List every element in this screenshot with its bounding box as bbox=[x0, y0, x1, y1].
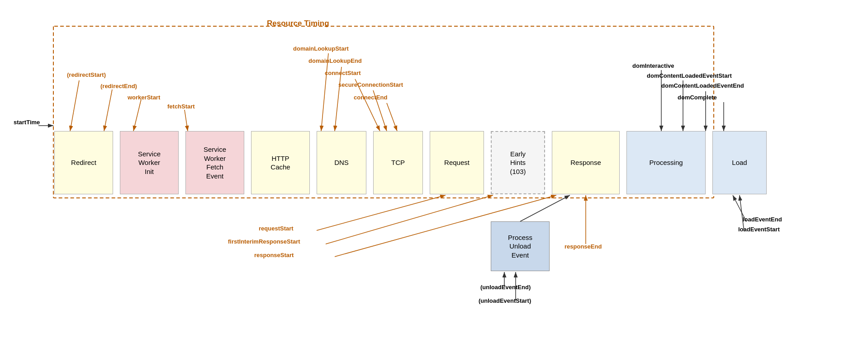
connectend-label: connectEnd bbox=[354, 94, 387, 101]
svg-line-26 bbox=[520, 195, 570, 221]
redirect-label: Redirect bbox=[71, 158, 96, 167]
load-box: Load bbox=[712, 131, 767, 194]
http-cache-box: HTTPCache bbox=[251, 131, 310, 194]
redirect-box: Redirect bbox=[54, 131, 113, 194]
early-hints-label: EarlyHints(103) bbox=[510, 150, 526, 176]
svg-line-7 bbox=[133, 99, 141, 131]
unloadeventend-label: (unloadEventEnd) bbox=[480, 284, 531, 291]
redirectend-label: (redirectEnd) bbox=[100, 83, 137, 89]
secureconnectionstart-label: secureConnectionStart bbox=[338, 81, 403, 88]
redirectstart-label: (redirectStart) bbox=[67, 71, 106, 78]
loadeventend-label: loadEventEnd bbox=[743, 216, 782, 223]
svg-line-13 bbox=[387, 103, 397, 131]
fetchstart-label: fetchStart bbox=[167, 103, 195, 110]
domcontentloadedeventend-label: domContentLoadedEventEnd bbox=[661, 82, 744, 89]
diagram-container: Resource Timing Redirect ServiceWorkerIn… bbox=[0, 0, 868, 352]
sw-init-label: ServiceWorkerInit bbox=[138, 150, 161, 176]
domainlookupstart-label: domainLookupStart bbox=[293, 45, 349, 52]
domcontentloadedeventstart-label: domContentLoadedEventStart bbox=[647, 72, 732, 79]
http-cache-label: HTTPCache bbox=[270, 154, 290, 172]
domcomplete-label: domComplete bbox=[678, 94, 717, 101]
sw-fetch-label: ServiceWorkerFetchEvent bbox=[204, 145, 226, 180]
connectstart-label: connectStart bbox=[325, 70, 360, 76]
request-box: Request bbox=[430, 131, 484, 194]
dominteractive-label: domInteractive bbox=[632, 62, 674, 69]
sw-init-box: ServiceWorkerInit bbox=[120, 131, 179, 194]
svg-line-6 bbox=[104, 89, 112, 131]
dns-label: DNS bbox=[334, 158, 349, 167]
early-hints-box: EarlyHints(103) bbox=[491, 131, 545, 194]
process-unload-label: ProcessUnloadEvent bbox=[508, 233, 532, 260]
response-label: Response bbox=[570, 158, 601, 167]
process-unload-box: ProcessUnloadEvent bbox=[491, 221, 550, 271]
request-label: Request bbox=[444, 158, 470, 167]
sw-fetch-box: ServiceWorkerFetchEvent bbox=[185, 131, 244, 194]
svg-line-10 bbox=[335, 67, 342, 131]
svg-line-5 bbox=[70, 80, 79, 131]
dns-box: DNS bbox=[317, 131, 366, 194]
requeststart-label: requestStart bbox=[259, 225, 294, 232]
svg-line-9 bbox=[321, 53, 328, 131]
response-box: Response bbox=[552, 131, 620, 194]
responseend-label: responseEnd bbox=[564, 243, 602, 250]
starttime-label: startTime bbox=[14, 119, 40, 126]
resource-timing-label: Resource Timing bbox=[267, 19, 329, 28]
tcp-label: TCP bbox=[391, 158, 405, 167]
processing-box: Processing bbox=[626, 131, 706, 194]
svg-line-15 bbox=[326, 195, 493, 244]
loadeventstart-label: loadEventStart bbox=[738, 226, 780, 233]
load-label: Load bbox=[732, 158, 747, 167]
workerstart-label: workerStart bbox=[128, 94, 160, 101]
svg-line-14 bbox=[317, 195, 446, 230]
processing-label: Processing bbox=[649, 158, 683, 167]
svg-line-8 bbox=[185, 110, 188, 131]
firstinterimresponsestart-label: firstInterimResponseStart bbox=[228, 238, 300, 245]
domainlookupend-label: domainLookupEnd bbox=[308, 57, 362, 64]
responsestart-label: responseStart bbox=[254, 252, 294, 258]
unloadeventstart-label: (unloadEventStart) bbox=[479, 297, 531, 304]
tcp-box: TCP bbox=[373, 131, 423, 194]
